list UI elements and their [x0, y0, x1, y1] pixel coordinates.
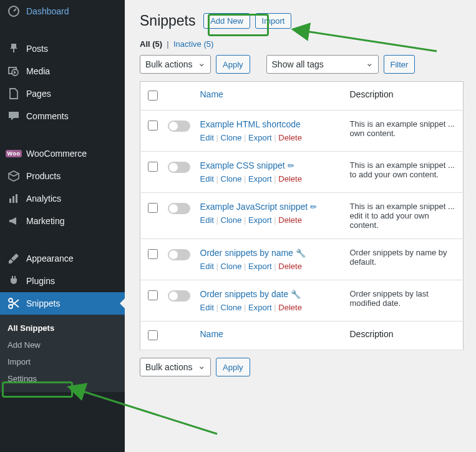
- tags-select[interactable]: Show all tags: [266, 55, 379, 74]
- svg-rect-5: [12, 196, 14, 203]
- sidebar-submenu: All Snippets Add New Import Settings: [0, 315, 125, 392]
- row-checkbox[interactable]: [148, 249, 158, 259]
- page-title: Snippets: [140, 12, 196, 29]
- delete-link[interactable]: Delete: [278, 174, 302, 184]
- export-link[interactable]: Export: [248, 133, 272, 142]
- edit-link[interactable]: Edit: [200, 262, 214, 271]
- export-link[interactable]: Export: [248, 303, 272, 312]
- snippet-title[interactable]: Example JavaScript snippet: [200, 202, 308, 212]
- snippet-title[interactable]: Order snippets by name: [200, 248, 293, 258]
- brush-icon: [7, 252, 20, 265]
- dashboard-icon: [7, 5, 20, 17]
- col-name-foot[interactable]: Name: [195, 322, 345, 350]
- apply-button-bottom[interactable]: Apply: [216, 358, 250, 376]
- type-icon: ✏: [288, 161, 294, 170]
- clone-link[interactable]: Clone: [221, 303, 242, 312]
- label: Comments: [26, 111, 69, 121]
- pin-icon: [7, 42, 20, 55]
- subitem-all-snippets[interactable]: All Snippets: [0, 320, 125, 337]
- delete-link[interactable]: Delete: [278, 262, 302, 271]
- label: WooCommerce: [26, 149, 87, 159]
- delete-link[interactable]: Delete: [278, 133, 302, 142]
- clone-link[interactable]: Clone: [221, 262, 242, 271]
- export-link[interactable]: Export: [248, 262, 272, 271]
- subitem-import[interactable]: Import: [0, 353, 125, 370]
- label: Products: [26, 171, 61, 181]
- delete-link[interactable]: Delete: [278, 303, 302, 312]
- subitem-settings[interactable]: Settings: [0, 370, 125, 387]
- export-link[interactable]: Export: [248, 215, 272, 225]
- apply-button[interactable]: Apply: [216, 55, 250, 74]
- snippet-description: This is an example snippet ... edit it t…: [345, 193, 464, 239]
- toggle-switch[interactable]: [168, 162, 190, 173]
- clone-link[interactable]: Clone: [221, 215, 242, 225]
- type-icon: 🔧: [291, 290, 301, 299]
- toggle-switch[interactable]: [168, 249, 190, 260]
- sidebar-item-snippets[interactable]: Snippets: [0, 292, 125, 315]
- select-all-checkbox[interactable]: [148, 91, 158, 101]
- svg-rect-6: [16, 194, 17, 203]
- delete-link[interactable]: Delete: [278, 215, 302, 225]
- edit-link[interactable]: Edit: [200, 174, 214, 184]
- edit-link[interactable]: Edit: [200, 215, 214, 225]
- sidebar-item-posts[interactable]: Posts: [0, 37, 125, 60]
- row-actions: Edit | Clone | Export | Delete: [200, 215, 340, 225]
- row-checkbox[interactable]: [148, 203, 158, 213]
- sidebar-item-media[interactable]: Media: [0, 60, 125, 82]
- col-name[interactable]: Name: [195, 82, 345, 111]
- edit-link[interactable]: Edit: [200, 133, 214, 142]
- snippets-table: Name Description Example HTML shortcodeE…: [140, 81, 464, 350]
- media-icon: [7, 65, 20, 77]
- label: Snippets: [26, 298, 60, 308]
- table-row: Example HTML shortcodeEdit | Clone | Exp…: [140, 111, 464, 152]
- sidebar-item-marketing[interactable]: Marketing: [0, 210, 125, 232]
- toggle-switch[interactable]: [168, 120, 190, 132]
- sidebar-item-pages[interactable]: Pages: [0, 82, 125, 105]
- label: Marketing: [26, 216, 64, 226]
- sidebar-item-plugins[interactable]: Plugins: [0, 270, 125, 292]
- filter-inactive[interactable]: Inactive (5): [173, 39, 213, 49]
- export-link[interactable]: Export: [248, 174, 272, 184]
- label: Analytics: [26, 194, 61, 204]
- col-description: Description: [345, 82, 464, 111]
- label: Posts: [26, 44, 48, 54]
- type-icon: 🔧: [296, 248, 306, 258]
- bulk-actions-select[interactable]: Bulk actions: [140, 55, 211, 74]
- snippet-description: Order snippets by last modified date.: [345, 280, 464, 322]
- sidebar-item-products[interactable]: Products: [0, 165, 125, 187]
- row-checkbox[interactable]: [148, 162, 158, 172]
- sidebar-item-comments[interactable]: Comments: [0, 105, 125, 127]
- clone-link[interactable]: Clone: [221, 133, 242, 142]
- sidebar-item-woocommerce[interactable]: WooWooCommerce: [0, 142, 125, 165]
- sidebar-item-appearance[interactable]: Appearance: [0, 247, 125, 270]
- import-button[interactable]: Import: [255, 13, 292, 29]
- clone-link[interactable]: Clone: [221, 174, 242, 184]
- table-row: Example JavaScript snippet✏Edit | Clone …: [140, 193, 464, 239]
- table-row: Order snippets by name🔧Edit | Clone | Ex…: [140, 239, 464, 280]
- products-icon: [7, 170, 20, 182]
- sidebar-item-dashboard[interactable]: Dashboard: [0, 0, 125, 22]
- filter-links: All (5) | Inactive (5): [140, 39, 464, 49]
- add-new-button[interactable]: Add New: [203, 13, 250, 29]
- toggle-switch[interactable]: [168, 290, 190, 302]
- tablenav-top: Bulk actions Apply Show all tags Filter: [140, 55, 464, 74]
- snippet-title[interactable]: Order snippets by date: [200, 289, 289, 299]
- sidebar-item-analytics[interactable]: Analytics: [0, 187, 125, 210]
- admin-sidebar: Dashboard Posts Media Pages Comments Woo…: [0, 0, 125, 452]
- comments-icon: [7, 110, 20, 122]
- row-checkbox[interactable]: [148, 290, 158, 300]
- filter-button[interactable]: Filter: [384, 55, 415, 74]
- snippet-title[interactable]: Example HTML shortcode: [200, 119, 301, 129]
- select-all-bottom-checkbox[interactable]: [148, 330, 158, 340]
- subitem-add-new[interactable]: Add New: [0, 337, 125, 353]
- snippet-title[interactable]: Example CSS snippet: [200, 160, 285, 170]
- row-actions: Edit | Clone | Export | Delete: [200, 133, 340, 142]
- row-checkbox[interactable]: [148, 120, 158, 130]
- bulk-actions-select-bottom[interactable]: Bulk actions: [140, 358, 211, 376]
- toggle-switch[interactable]: [168, 203, 190, 214]
- label: Media: [26, 66, 50, 76]
- snippet-description: This is an example snippet ... to add yo…: [345, 152, 464, 193]
- filter-all[interactable]: All (5): [140, 39, 162, 49]
- type-icon: ✏: [310, 202, 317, 212]
- edit-link[interactable]: Edit: [200, 303, 214, 312]
